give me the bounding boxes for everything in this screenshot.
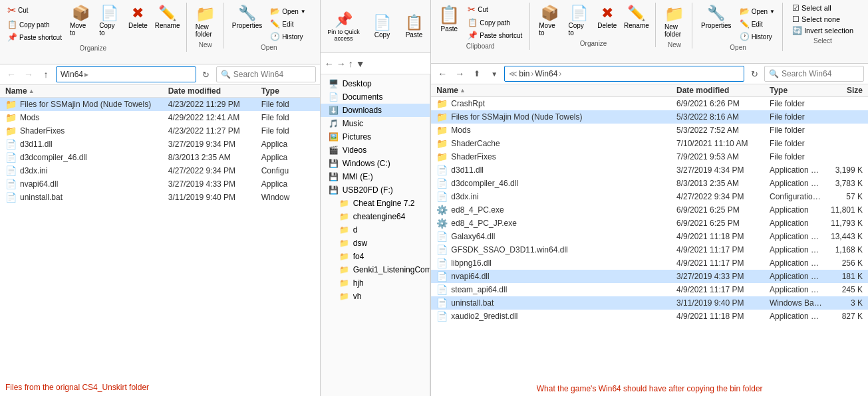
right-up-btn[interactable]: ⬆ bbox=[470, 66, 484, 81]
nav-d[interactable]: 📁 d bbox=[334, 223, 430, 237]
right-address-path[interactable]: ≪ bin › Win64 › bbox=[504, 66, 744, 82]
left-pasteshortcut-btn[interactable]: 📌 Paste shortcut bbox=[4, 31, 65, 43]
middle-paste-btn[interactable]: 📋 Paste bbox=[401, 12, 428, 41]
right-rename-btn[interactable]: ✏️ Rename bbox=[622, 3, 651, 31]
table-row[interactable]: 📄 d3d11.dll 3/27/2019 9:34 PM Applica bbox=[0, 138, 320, 151]
nav-forward[interactable]: → bbox=[337, 58, 346, 69]
right-back-btn[interactable]: ← bbox=[435, 66, 450, 81]
table-row[interactable]: 📄 libpng16.dll 4/9/2021 11:17 PM Applica… bbox=[431, 256, 868, 270]
table-row[interactable]: 📄 nvapi64.dll 3/27/2019 4:33 PM Applicat… bbox=[431, 270, 868, 283]
table-row[interactable]: 📁 ShaderFixes 4/23/2022 11:27 PM File fo… bbox=[0, 124, 320, 138]
nav-music[interactable]: 🎵 Music bbox=[321, 117, 430, 130]
nav-mmi-e[interactable]: 💾 MMI (E:) bbox=[321, 170, 430, 183]
left-delete-btn[interactable]: ✖ Delete bbox=[124, 3, 151, 31]
right-search-box[interactable]: 🔍 bbox=[764, 66, 864, 82]
right-refresh-btn[interactable]: ↻ bbox=[747, 66, 762, 81]
nav-hjh[interactable]: 📁 hjh bbox=[334, 276, 430, 290]
right-properties-btn[interactable]: 🔧 Properties bbox=[698, 3, 735, 31]
select-none-btn[interactable]: ☐ Select none bbox=[788, 14, 857, 25]
table-row[interactable]: 📄 d3dcompiler_46.dll 8/3/2013 2:35 AM Ap… bbox=[0, 151, 320, 164]
breadcrumb-win64-right[interactable]: Win64 bbox=[535, 69, 557, 78]
right-history-btn[interactable]: 🕐 History bbox=[736, 31, 778, 43]
right-pasteshortcut-btn[interactable]: 📌 Paste shortcut bbox=[464, 29, 525, 41]
right-move-btn[interactable]: 📦 Move to bbox=[535, 3, 563, 39]
left-move-btn[interactable]: 📦 Move to bbox=[67, 3, 94, 39]
table-row[interactable]: ⚙️ ed8_4_PC.exe 6/9/2021 6:25 PM Applica… bbox=[431, 203, 868, 217]
nav-fo4[interactable]: 📁 fo4 bbox=[334, 250, 430, 263]
left-copy-btn[interactable]: 📄 Copy to bbox=[96, 3, 123, 39]
table-row[interactable]: 📄 d3d11.dll 3/27/2019 4:34 PM Applicatio… bbox=[431, 163, 868, 177]
nav-documents[interactable]: 📄 Documents bbox=[321, 90, 430, 104]
nav-desktop[interactable]: 🖥️ Desktop bbox=[321, 77, 430, 90]
table-row[interactable]: 📁 CrashRpt 6/9/2021 6:26 PM File folder bbox=[431, 97, 868, 110]
right-copy-org-btn[interactable]: 📄 Copy to bbox=[565, 3, 593, 39]
left-col-date[interactable]: Date modified bbox=[168, 86, 261, 96]
breadcrumb-win64[interactable]: Win64 bbox=[61, 70, 83, 79]
nav-windows-c[interactable]: 💾 Windows (C:) bbox=[321, 157, 430, 170]
nav-dsw[interactable]: 📁 dsw bbox=[334, 237, 430, 250]
table-row[interactable]: 📄 nvapi64.dll 3/27/2019 4:33 PM Applica bbox=[0, 177, 320, 191]
nav-vh[interactable]: 📁 vh bbox=[334, 290, 430, 303]
right-edit-btn[interactable]: ✏️ Edit bbox=[736, 18, 778, 30]
invert-selection-btn[interactable]: 🔄 Invert selection bbox=[788, 25, 857, 36]
right-delete-btn[interactable]: ✖ Delete bbox=[594, 3, 621, 31]
table-row[interactable]: 📄 GFSDK_SSAO_D3D11.win64.dll 4/9/2021 11… bbox=[431, 243, 868, 256]
right-col-size[interactable]: Size bbox=[823, 86, 863, 95]
left-search-box[interactable]: 🔍 bbox=[216, 66, 316, 82]
table-row[interactable]: 📄 d3dx.ini 4/27/2022 9:34 PM Configurati… bbox=[431, 190, 868, 203]
right-col-type[interactable]: Type bbox=[770, 86, 823, 95]
table-row[interactable]: 📁 ShaderFixes 7/9/2021 9:53 AM File fold… bbox=[431, 150, 868, 163]
table-row[interactable]: 📄 Galaxy64.dll 4/9/2021 11:18 PM Applica… bbox=[431, 230, 868, 243]
right-col-date[interactable]: Date modified bbox=[676, 86, 770, 95]
left-address-path[interactable]: Win64 ▸ bbox=[56, 66, 196, 82]
right-search-input[interactable] bbox=[782, 69, 855, 78]
table-row[interactable]: 📄 xaudio2_9redist.dll 4/9/2021 11:18 PM … bbox=[431, 310, 868, 323]
left-copypath-btn[interactable]: 📋 Copy path bbox=[4, 19, 65, 31]
table-row[interactable]: ⚙️ ed8_4_PC_JP.exe 6/9/2021 6:25 PM Appl… bbox=[431, 217, 868, 230]
nav-back[interactable]: ← bbox=[325, 58, 334, 69]
nav-usb-f[interactable]: 💾 USB20FD (F:) bbox=[321, 183, 430, 197]
table-row[interactable]: 📄 uninstall.bat 3/11/2019 9:40 PM Window… bbox=[431, 296, 868, 310]
left-back-btn[interactable]: ← bbox=[4, 67, 19, 82]
right-newfolder-btn[interactable]: 📁 New folder bbox=[661, 3, 688, 40]
nav-genki[interactable]: 📁 Genki1_ListeningCompr... bbox=[334, 263, 430, 276]
nav-recent[interactable]: ▼ bbox=[356, 58, 365, 69]
select-all-btn[interactable]: ☑ Select all bbox=[788, 3, 857, 13]
table-row[interactable]: 📁 Files for SSMajin Mod (Nude Towels) 4/… bbox=[0, 98, 320, 111]
nav-up2[interactable]: ↑ bbox=[349, 58, 353, 69]
left-col-type[interactable]: Type bbox=[261, 86, 315, 96]
left-up-btn[interactable]: ↑ bbox=[39, 67, 53, 82]
right-col-name[interactable]: Name ▲ bbox=[436, 86, 676, 95]
left-refresh-btn[interactable]: ↻ bbox=[199, 67, 214, 82]
table-row[interactable]: 📁 Mods 4/29/2022 12:41 AM File fold bbox=[0, 111, 320, 124]
left-rename-btn[interactable]: ✏️ Rename bbox=[152, 3, 182, 31]
table-row[interactable]: 📁 Mods 5/3/2022 7:52 AM File folder bbox=[431, 124, 868, 137]
pin-btn[interactable]: 📌 Pin to Quick access bbox=[324, 9, 364, 44]
left-search-input[interactable] bbox=[233, 70, 307, 79]
left-forward-btn[interactable]: → bbox=[21, 67, 36, 82]
nav-downloads[interactable]: ⬇️ Downloads bbox=[321, 104, 430, 117]
nav-pictures[interactable]: 🖼️ Pictures bbox=[321, 130, 430, 144]
table-row[interactable]: 📄 steam_api64.dll 4/9/2021 11:17 PM Appl… bbox=[431, 283, 868, 296]
nav-videos[interactable]: 🎬 Videos bbox=[321, 144, 430, 157]
right-copypath-btn[interactable]: 📋 Copy path bbox=[464, 17, 525, 29]
left-cut-btn[interactable]: ✂ Cut bbox=[4, 3, 65, 18]
right-paste-btn[interactable]: 📋 Paste bbox=[435, 3, 463, 35]
table-row[interactable]: 📁 Files for SSMajin Mod (Nude Towels) 5/… bbox=[431, 110, 868, 124]
left-open-btn[interactable]: 📂 Open ▼ bbox=[267, 5, 309, 17]
left-col-name[interactable]: Name ▲ bbox=[5, 86, 168, 96]
left-history-btn[interactable]: 🕐 History bbox=[267, 31, 309, 43]
nav-cheatengine72[interactable]: 📁 Cheat Engine 7.2 bbox=[334, 197, 430, 210]
nav-cheatengine64[interactable]: 📁 cheatengine64 bbox=[334, 210, 430, 223]
right-recent-btn[interactable]: ▼ bbox=[487, 66, 502, 81]
left-edit-btn[interactable]: ✏️ Edit bbox=[267, 18, 309, 30]
table-row[interactable]: 📄 uninstall.bat 3/11/2019 9:40 PM Window bbox=[0, 191, 320, 204]
right-cut-btn[interactable]: ✂ Cut bbox=[464, 3, 525, 16]
breadcrumb-bin[interactable]: bin bbox=[519, 69, 529, 78]
table-row[interactable]: 📁 ShaderCache 7/10/2021 11:10 AM File fo… bbox=[431, 137, 868, 150]
table-row[interactable]: 📄 d3dcompiler_46.dll 8/3/2013 2:35 AM Ap… bbox=[431, 177, 868, 190]
middle-copy-btn[interactable]: 📄 Copy bbox=[369, 12, 396, 41]
right-forward-btn[interactable]: → bbox=[452, 66, 467, 81]
left-newfolder-btn[interactable]: 📁 New folder bbox=[192, 3, 219, 40]
left-properties-btn[interactable]: 🔧 Properties bbox=[229, 3, 266, 31]
